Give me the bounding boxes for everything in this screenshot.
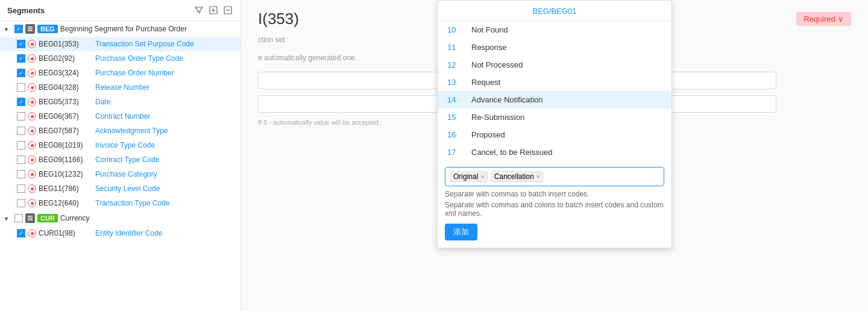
beg02-check[interactable]	[17, 54, 25, 63]
beg-group: ▾ BEG Beginning Segment for Purchase Ord…	[0, 21, 241, 210]
tag-cancellation-label: Cancellation	[494, 172, 534, 181]
dropdown-item-10[interactable]: 10 Not Found	[438, 21, 671, 39]
svg-rect-5	[28, 216, 33, 217]
cur-group: ▾ CUR Currency CUR01(98) Entity Identifi…	[0, 210, 241, 240]
beg12-required-icon	[28, 199, 36, 207]
beg04-item[interactable]: BEG04(328) Release Number	[0, 80, 241, 95]
sidebar-header: Segments	[0, 0, 241, 21]
filter-icon[interactable]	[193, 5, 204, 16]
beg10-name: Purchase Category	[95, 170, 236, 178]
beg03-check[interactable]	[17, 69, 25, 77]
beg06-item[interactable]: BEG06(367) Contract Number	[0, 109, 241, 124]
cur-group-check[interactable]	[14, 214, 23, 222]
beg07-required-icon	[28, 127, 36, 135]
beg-group-header: ▾ BEG Beginning Segment for Purchase Ord…	[0, 21, 241, 37]
beg-toggle[interactable]: ▾	[5, 26, 12, 33]
hint-text-2: Separate with commas and colons to batch…	[438, 201, 671, 224]
dropdown-item-11-num: 11	[447, 43, 462, 52]
beg10-item[interactable]: BEG10(1232) Purchase Category	[0, 167, 241, 181]
svg-rect-7	[28, 219, 33, 221]
beg09-name: Contract Type Code	[95, 156, 236, 164]
collapse-icon[interactable]	[222, 5, 233, 16]
beg05-required-icon	[28, 98, 36, 106]
dropdown-popup: BEG/BEG01 10 Not Found 11 Response 12 No…	[437, 0, 672, 248]
required-button[interactable]: Required ∨	[796, 12, 851, 26]
cur01-item[interactable]: CUR01(98) Entity Identifier Code	[0, 226, 241, 240]
dropdown-item-14-num: 14	[447, 95, 462, 104]
beg02-name: Purchase Order Type Code	[95, 54, 236, 63]
cur01-check[interactable]	[17, 229, 25, 237]
beg12-check[interactable]	[17, 199, 25, 207]
beg-tag: BEG	[37, 25, 58, 33]
beg09-item[interactable]: BEG09(1166) Contract Type Code	[0, 152, 241, 167]
beg02-item[interactable]: BEG02(92) Purchase Order Type Code	[0, 51, 241, 66]
dropdown-item-17-num: 17	[447, 148, 462, 157]
beg05-code: BEG05(373)	[39, 98, 93, 106]
beg08-required-icon	[28, 141, 36, 149]
beg06-name: Contract Number	[95, 112, 236, 121]
tag-original: Original ×	[450, 171, 488, 182]
dropdown-item-11-text: Response	[471, 43, 507, 52]
beg11-check[interactable]	[17, 184, 25, 193]
dropdown-item-17[interactable]: 17 Cancel, to be Reissued	[438, 143, 671, 161]
cur01-name: Entity Identifier Code	[95, 229, 236, 237]
beg04-check[interactable]	[17, 83, 25, 92]
add-icon[interactable]	[208, 5, 219, 16]
beg01-item[interactable]: BEG01(353) Transaction Set Purpose Code	[0, 37, 241, 51]
beg07-item[interactable]: BEG07(587) Acknowledgment Type	[0, 124, 241, 138]
beg08-check[interactable]	[17, 141, 25, 149]
cur-group-header: ▾ CUR Currency	[0, 210, 241, 226]
beg05-name: Date	[95, 98, 236, 106]
beg08-code: BEG08(1019)	[39, 141, 93, 149]
beg04-required-icon	[28, 83, 36, 92]
hint-text-1: Separate with commas to batch insert cod…	[438, 190, 671, 201]
tag-cancellation-close[interactable]: ×	[536, 173, 540, 180]
tag-original-close[interactable]: ×	[480, 173, 484, 180]
beg12-code: BEG12(640)	[39, 199, 93, 207]
beg01-check[interactable]	[17, 40, 25, 48]
dropdown-item-15[interactable]: 15 Re-Submission	[438, 108, 671, 126]
dropdown-item-10-text: Not Found	[471, 25, 508, 34]
beg07-check[interactable]	[17, 127, 25, 135]
beg06-required-icon	[28, 112, 36, 121]
dropdown-item-11[interactable]: 11 Response	[438, 39, 671, 56]
beg03-item[interactable]: BEG03(324) Purchase Order Number	[0, 66, 241, 80]
beg09-check[interactable]	[17, 156, 25, 164]
add-button[interactable]: 添加	[445, 224, 477, 240]
cur01-required-icon	[28, 229, 36, 237]
svg-rect-3	[28, 28, 33, 30]
dropdown-item-14[interactable]: 14 Advance Notification	[438, 91, 671, 108]
beg01-required-icon	[28, 40, 36, 48]
dropdown-item-12-text: Not Processed	[471, 60, 523, 69]
tag-original-label: Original	[453, 172, 478, 181]
dropdown-item-15-text: Re-Submission	[471, 113, 524, 122]
beg01-code: BEG01(353)	[39, 40, 93, 48]
beg08-item[interactable]: BEG08(1019) Invoice Type Code	[0, 138, 241, 152]
beg-group-check[interactable]	[14, 25, 23, 33]
beg11-item[interactable]: BEG11(786) Security Level Code	[0, 181, 241, 196]
tags-input-area[interactable]: Original × Cancellation ×	[445, 167, 664, 186]
beg07-name: Acknowledgment Type	[95, 127, 236, 135]
dropdown-item-15-num: 15	[447, 113, 462, 122]
dropdown-item-13[interactable]: 13 Request	[438, 74, 671, 91]
dropdown-item-16[interactable]: 16 Proposed	[438, 126, 671, 143]
svg-rect-6	[28, 218, 33, 219]
cur-toggle[interactable]: ▾	[5, 215, 12, 222]
cur01-code: CUR01(98)	[39, 229, 93, 237]
beg10-check[interactable]	[17, 170, 25, 178]
beg05-check[interactable]	[17, 98, 25, 106]
svg-rect-2	[28, 27, 33, 28]
beg-group-label: Beginning Segment for Purchase Order	[60, 25, 236, 33]
content-area: I(353) Required ∨ ction set e automatica…	[241, 0, 868, 311]
beg02-required-icon	[28, 54, 36, 63]
dropdown-item-12[interactable]: 12 Not Processed	[438, 56, 671, 74]
beg05-item[interactable]: BEG05(373) Date	[0, 95, 241, 109]
beg06-check[interactable]	[17, 112, 25, 121]
dropdown-item-16-num: 16	[447, 130, 462, 139]
beg07-code: BEG07(587)	[39, 127, 93, 135]
beg12-item[interactable]: BEG12(640) Transaction Type Code	[0, 196, 241, 210]
beg10-required-icon	[28, 170, 36, 178]
dropdown-item-14-text: Advance Notification	[471, 95, 543, 104]
dropdown-list: 10 Not Found 11 Response 12 Not Processe…	[438, 21, 671, 161]
beg08-name: Invoice Type Code	[95, 141, 236, 149]
